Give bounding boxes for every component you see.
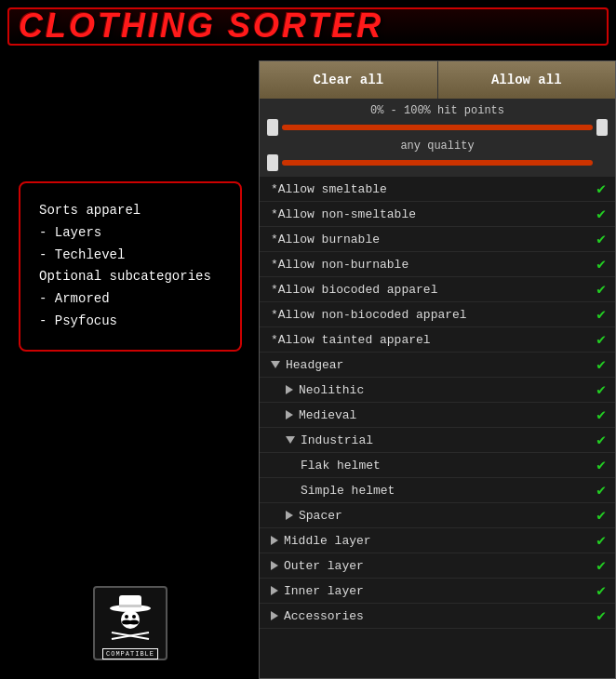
expand-icon[interactable]: [286, 511, 293, 520]
list-item-label: *Allow non-smeltable: [271, 207, 416, 221]
item-text: *Allow smeltable: [271, 182, 387, 196]
list-item[interactable]: *Allow non-smeltable✔: [260, 202, 615, 227]
info-line-3: - Techlevel: [39, 245, 221, 267]
info-line-4: Optional subcategories: [39, 266, 221, 288]
check-icon[interactable]: ✔: [596, 380, 606, 399]
list-item-label: *Allow non-biocoded apparel: [271, 308, 467, 322]
hit-points-slider-thumb-right[interactable]: [596, 119, 608, 136]
expand-icon[interactable]: [271, 536, 278, 545]
check-icon[interactable]: ✔: [596, 230, 606, 248]
expand-icon[interactable]: [271, 561, 278, 570]
item-text: Flak helmet: [301, 459, 381, 473]
collapse-icon[interactable]: [271, 361, 280, 368]
item-text: Outer layer: [284, 559, 364, 573]
expand-icon[interactable]: [286, 385, 293, 394]
list-item-label: Accessories: [271, 609, 364, 623]
logo: COMPATIBLE: [93, 586, 167, 660]
svg-point-7: [129, 619, 139, 624]
list-item[interactable]: *Allow non-burnable✔: [260, 252, 615, 277]
list-area: *Allow smeltable✔*Allow non-smeltable✔*A…: [260, 177, 615, 629]
clear-all-button[interactable]: Clear all: [260, 61, 438, 99]
list-item-label: Simple helmet: [301, 484, 395, 498]
check-icon[interactable]: ✔: [596, 506, 606, 525]
check-icon[interactable]: ✔: [596, 305, 606, 324]
item-text: Middle layer: [284, 534, 371, 548]
expand-icon[interactable]: [271, 586, 278, 595]
list-item[interactable]: Simple helmet✔: [260, 478, 615, 503]
list-item-label: Headgear: [271, 358, 343, 372]
hit-points-slider-thumb-left[interactable]: [267, 119, 278, 136]
svg-rect-2: [119, 605, 141, 607]
list-item[interactable]: *Allow non-biocoded apparel✔: [260, 302, 615, 327]
check-icon[interactable]: ✔: [596, 531, 606, 550]
item-text: *Allow biocoded apparel: [271, 283, 437, 297]
item-text: Simple helmet: [301, 484, 395, 498]
list-item-label: *Allow biocoded apparel: [271, 283, 437, 297]
list-item[interactable]: Industrial✔: [260, 428, 615, 453]
check-icon[interactable]: ✔: [596, 431, 606, 449]
app-title: CLOTHING SORTER: [19, 7, 383, 46]
list-item-label: Spacer: [286, 509, 342, 523]
check-icon[interactable]: ✔: [596, 280, 606, 299]
info-box: Sorts apparel - Layers - Techlevel Optio…: [19, 181, 242, 352]
list-item[interactable]: Flak helmet✔: [260, 453, 615, 478]
check-icon[interactable]: ✔: [596, 180, 606, 198]
check-icon[interactable]: ✔: [596, 355, 606, 374]
check-icon[interactable]: ✔: [596, 556, 606, 575]
item-text: *Allow non-burnable: [271, 258, 408, 272]
quality-slider-track[interactable]: [282, 160, 593, 166]
right-panel: Clear all Allow all 0% - 100% hit points…: [259, 60, 616, 679]
list-item[interactable]: *Allow smeltable✔: [260, 177, 615, 202]
hit-points-slider-track[interactable]: [282, 125, 593, 130]
quality-slider-thumb-left[interactable]: [267, 154, 278, 171]
check-icon[interactable]: ✔: [596, 406, 606, 424]
check-icon[interactable]: ✔: [596, 330, 606, 349]
check-icon[interactable]: ✔: [596, 205, 606, 223]
item-text: Spacer: [299, 509, 342, 523]
collapse-icon[interactable]: [286, 436, 295, 444]
list-item[interactable]: Middle layer✔: [260, 528, 615, 553]
check-icon[interactable]: ✔: [596, 581, 606, 600]
list-item-label: Medieval: [286, 408, 356, 422]
item-text: Medieval: [299, 408, 356, 422]
list-item-label: *Allow non-burnable: [271, 258, 408, 272]
item-text: Accessories: [284, 609, 364, 623]
logo-compatible-text: COMPATIBLE: [102, 648, 158, 659]
list-item[interactable]: Outer layer✔: [260, 553, 615, 579]
hit-points-slider-container: [267, 119, 608, 136]
info-line-5: - Armored: [39, 288, 221, 311]
list-item[interactable]: Medieval✔: [260, 403, 615, 428]
list-item-label: *Allow smeltable: [271, 182, 387, 196]
list-item[interactable]: Spacer✔: [260, 503, 615, 528]
item-text: *Allow non-smeltable: [271, 207, 416, 221]
check-icon[interactable]: ✔: [596, 481, 606, 499]
check-icon[interactable]: ✔: [596, 255, 606, 273]
left-panel: Sorts apparel - Layers - Techlevel Optio…: [9, 60, 251, 670]
expand-icon[interactable]: [271, 611, 278, 620]
hit-points-label: 0% - 100% hit points: [267, 104, 608, 117]
title-bar: CLOTHING SORTER: [0, 0, 616, 51]
check-icon[interactable]: ✔: [596, 456, 606, 474]
list-item-label: *Allow tainted apparel: [271, 333, 431, 347]
list-item-label: Neolithic: [286, 383, 364, 397]
list-item[interactable]: Neolithic✔: [260, 378, 615, 403]
buttons-row: Clear all Allow all: [260, 61, 615, 99]
check-icon[interactable]: ✔: [596, 606, 606, 625]
list-item[interactable]: Inner layer✔: [260, 579, 615, 604]
list-item-label: Middle layer: [271, 534, 371, 548]
list-item[interactable]: *Allow burnable✔: [260, 227, 615, 252]
list-item-label: Industrial: [286, 433, 373, 447]
svg-point-3: [121, 610, 140, 629]
item-text: Headgear: [286, 358, 343, 372]
logo-svg: [102, 588, 158, 644]
list-item[interactable]: *Allow biocoded apparel✔: [260, 277, 615, 302]
info-line-1: Sorts apparel: [39, 200, 221, 222]
allow-all-button[interactable]: Allow all: [438, 61, 616, 99]
list-item-label: *Allow burnable: [271, 233, 380, 246]
list-item[interactable]: Headgear✔: [260, 353, 615, 378]
expand-icon[interactable]: [286, 410, 293, 419]
svg-point-5: [132, 615, 136, 619]
list-item[interactable]: *Allow tainted apparel✔: [260, 327, 615, 353]
item-text: *Allow tainted apparel: [271, 333, 431, 347]
list-item[interactable]: Accessories✔: [260, 604, 615, 629]
